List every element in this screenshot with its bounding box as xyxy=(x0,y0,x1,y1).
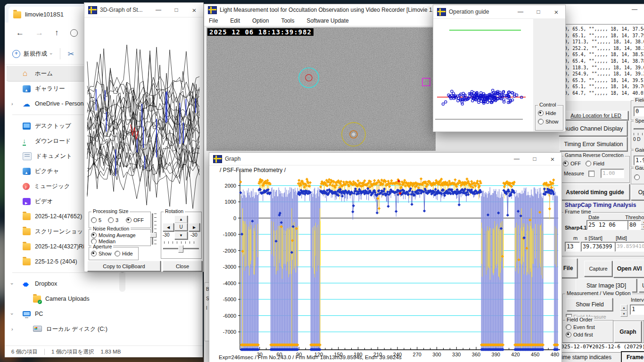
folder-icon xyxy=(13,11,21,18)
chevron-down-icon[interactable] xyxy=(11,281,13,287)
minimize-icon[interactable] xyxy=(626,6,644,13)
processing-size-off-radio[interactable]: OFF xyxy=(126,217,144,223)
chevron-right-icon[interactable] xyxy=(11,101,13,107)
menu-tools[interactable]: Tools xyxy=(281,17,294,24)
rotate-down-button[interactable] xyxy=(174,231,188,239)
rotate-up-button[interactable] xyxy=(174,215,188,223)
chevron-right-icon[interactable] xyxy=(11,326,13,332)
data-line: 0, 65.1, "",,,,, 18, 14, 37.7958 xyxy=(564,33,644,39)
maximize-icon[interactable] xyxy=(529,8,547,15)
graph-window: Graph / PSF-Frame Photometry / 200010000… xyxy=(209,152,562,362)
gain-value[interactable]: 1.9 xyxy=(634,156,644,165)
field-value[interactable]: 0 xyxy=(634,107,644,116)
minimize-icon[interactable] xyxy=(512,8,529,15)
asteroid-timing-guide-button[interactable]: Asteroid timing guide xyxy=(560,184,630,200)
svg-text:480: 480 xyxy=(551,352,559,357)
waveform-3d-plot xyxy=(85,17,202,211)
svg-text:330: 330 xyxy=(452,352,461,357)
measurement-data-listing[interactable]: 0, 65.5, "",,,,, 18, 14, 37.54960, 65.1,… xyxy=(563,24,644,101)
show-field-button[interactable]: Show Field xyxy=(567,298,613,311)
menu-option[interactable]: Option xyxy=(252,17,269,24)
processing-size-5-radio[interactable]: 5 xyxy=(91,217,101,223)
sidebar-item-label: ダウンロード xyxy=(35,137,71,145)
forward-icon[interactable] xyxy=(35,28,43,38)
timing-error-simulation-button[interactable]: Timing Error Simulation xyxy=(560,137,627,151)
cut-icon[interactable] xyxy=(68,49,74,58)
comparison-star xyxy=(352,133,355,136)
auto-location-led-button[interactable]: Auto Location for LED xyxy=(563,111,628,120)
sidebar-item[interactable]: ローカル ディスク (C:) xyxy=(7,321,124,337)
limovie-titlebar[interactable]: Light Measurement tool for Occultation O… xyxy=(204,4,644,16)
back-icon[interactable] xyxy=(16,28,24,38)
audio-channel-display-button[interactable]: Audio Channel Display xyxy=(559,121,627,136)
speed-slider[interactable] xyxy=(634,128,644,130)
rotation-right-value: -30 xyxy=(190,232,197,238)
menu-file[interactable]: File xyxy=(209,17,218,24)
odd-first-radio[interactable]: Odd first xyxy=(566,332,593,337)
aperture-hide-radio[interactable]: Hide xyxy=(115,251,133,256)
mid-field[interactable]: 39.8594106 xyxy=(615,242,644,252)
video-frame[interactable]: 2025 12 06 18:13:39:982 xyxy=(206,27,436,151)
graph3d-titlebar[interactable]: 3D-Graph of St... xyxy=(84,3,203,17)
minimize-icon[interactable] xyxy=(149,7,167,13)
control-hide-radio[interactable]: Hide xyxy=(538,110,556,116)
control-show-radio[interactable]: Show xyxy=(538,119,559,124)
gamma-measure-checkbox[interactable] xyxy=(588,171,594,177)
limovie-app-icon xyxy=(208,6,217,14)
rotate-left-button[interactable] xyxy=(163,223,174,231)
sidebar-item[interactable]: Camera Uploads xyxy=(7,291,124,306)
gauss-radio[interactable] xyxy=(634,174,640,180)
threshold-spinner[interactable]: ▲▼ xyxy=(641,220,644,230)
processing-size-3-radio[interactable]: 3 xyxy=(108,217,118,223)
s-start-field[interactable]: 39.736399 xyxy=(581,242,616,252)
aperture-show-radio[interactable]: Show xyxy=(91,251,112,256)
maximize-icon[interactable] xyxy=(167,7,185,13)
music-icon xyxy=(23,183,30,190)
minute-field[interactable]: 13 xyxy=(565,242,580,252)
menu-edit[interactable]: Edit xyxy=(230,17,240,24)
svg-text:270: 270 xyxy=(413,352,421,357)
new-item-button[interactable]: + 新規作成 xyxy=(12,50,52,58)
data-line: 0, 252.2, "",,,,, 18, 14, 38.288 xyxy=(564,45,644,52)
capture-button[interactable]: Capture xyxy=(584,261,612,277)
graph-button[interactable]: Graph xyxy=(614,321,642,343)
disk-icon xyxy=(33,326,42,332)
menu-software-update[interactable]: Software Update xyxy=(306,17,348,24)
copy-to-clipboard-button[interactable]: Copy to ClipBoard xyxy=(87,261,161,272)
gamma-field-radio[interactable]: Field xyxy=(586,161,604,166)
sidebar-item[interactable]: Dropbox xyxy=(7,276,124,291)
svg-text:360: 360 xyxy=(472,352,480,357)
open-button[interactable]: Ope xyxy=(631,184,644,200)
rotation-center-button[interactable]: U xyxy=(174,223,188,231)
up-icon[interactable] xyxy=(55,28,59,38)
chevron-down-icon[interactable] xyxy=(11,311,13,317)
close-button[interactable]: Close xyxy=(163,261,202,272)
sidebar-item[interactable]: PC xyxy=(7,306,124,321)
rotate-right-button[interactable] xyxy=(189,223,200,231)
gamma-off-radio[interactable]: OFF xyxy=(563,161,581,166)
vertical-slider[interactable] xyxy=(152,214,153,245)
video-icon xyxy=(23,198,31,205)
frame-time-group: Frame time Sharp4.1 Date 25 12 06 Thresh… xyxy=(561,212,644,256)
moving-average-radio[interactable]: Moving Average xyxy=(91,232,136,238)
open-avi-button[interactable]: Open AVI xyxy=(613,260,644,278)
divider xyxy=(44,349,45,355)
even-first-radio[interactable]: Even first xyxy=(566,324,595,330)
refresh-icon[interactable] xyxy=(70,29,78,37)
close-icon[interactable] xyxy=(547,8,565,16)
update-button[interactable]: Updat xyxy=(639,279,644,292)
rotation-slider-thumb[interactable] xyxy=(178,245,183,253)
interval-field[interactable]: 1 xyxy=(630,304,644,315)
sharp-version-label: Sharp4.1 xyxy=(565,225,586,230)
vertical-slider-thumb[interactable] xyxy=(150,233,157,238)
gamma-measure-label: Measure xyxy=(564,171,584,176)
explorer-tab-title: limovie1018S1 xyxy=(25,11,64,18)
sidebar-item-label: 2025-12-4(4327)Ries xyxy=(35,243,91,250)
interval-spinner[interactable]: ▲▼ xyxy=(620,304,627,317)
threshold-field[interactable]: 80 xyxy=(627,220,642,230)
limovie-title: Light Measurement tool for Occultation O… xyxy=(220,7,644,13)
operation-guide-titlebar[interactable]: Operation guide xyxy=(433,5,565,19)
gamma-value-field[interactable]: 1.00 xyxy=(601,169,624,178)
folder-icon xyxy=(23,258,31,265)
close-icon[interactable] xyxy=(185,6,203,14)
